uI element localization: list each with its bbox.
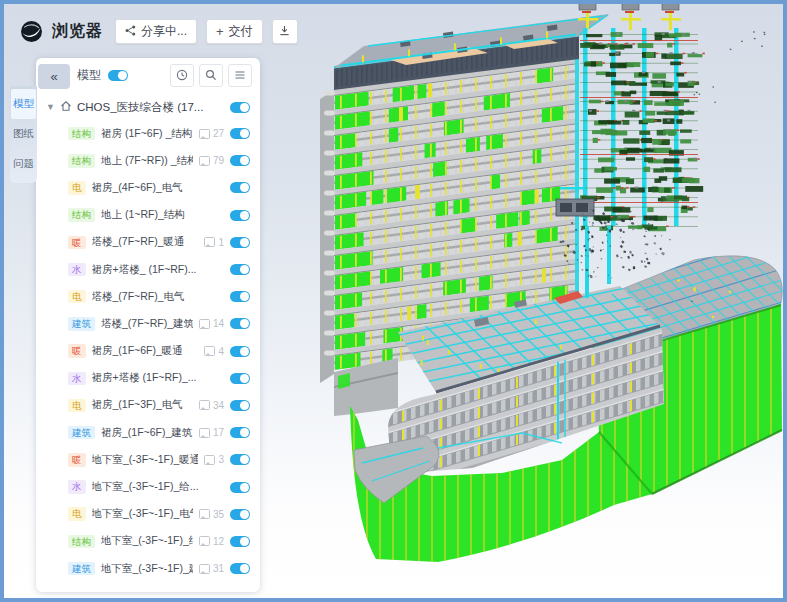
tree-item-row[interactable]: 结构 地上 (7F~RF)) _结构... 79 xyxy=(46,147,250,174)
visibility-toggle[interactable] xyxy=(230,128,250,139)
visibility-toggle[interactable] xyxy=(230,400,250,411)
drawing-count: 12 xyxy=(213,536,224,547)
tree-item-label: 裙房+塔楼 (1F~RF)_... xyxy=(92,371,205,385)
visibility-toggle[interactable] xyxy=(230,237,250,248)
sidebar-tabstrip: 模型 图纸 问题 xyxy=(10,86,37,183)
tree-root-label: CHOS_医技综合楼 (17... xyxy=(77,100,225,115)
drawing-count: 34 xyxy=(213,400,224,411)
tab-issues[interactable]: 问题 xyxy=(10,149,37,179)
visibility-toggle[interactable] xyxy=(230,373,250,384)
discipline-tag: 水 xyxy=(68,263,86,277)
visibility-toggle[interactable] xyxy=(230,155,250,166)
panel-tools xyxy=(170,64,252,87)
drawing-count-badge: 1 xyxy=(204,237,224,248)
tree-root-row[interactable]: ▼ CHOS_医技综合楼 (17... xyxy=(46,94,250,120)
drawing-icon xyxy=(199,156,210,166)
drawing-count: 14 xyxy=(213,318,224,329)
tab-model[interactable]: 模型 xyxy=(11,89,36,119)
search-icon[interactable] xyxy=(199,64,223,87)
tree-item-label: 地上 (7F~RF)) _结构... xyxy=(101,154,193,168)
visibility-toggle[interactable] xyxy=(230,482,250,493)
tree-item-row[interactable]: 电 裙房_(4F~6F)_电气 xyxy=(46,174,250,201)
panel-title: 模型 xyxy=(77,67,101,84)
tree-item-row[interactable]: 水 裙房+塔楼 (1F~RF)_... xyxy=(46,365,250,392)
drawing-count-badge: 4 xyxy=(204,346,224,357)
tree-item-row[interactable]: 建筑 地下室_(-3F~-1F)_建筑 31 xyxy=(46,555,250,582)
tree-item-row[interactable]: 水 裙房+塔楼_ (1F~RF)... xyxy=(46,256,250,283)
discipline-tag: 建筑 xyxy=(68,426,95,440)
download-button[interactable] xyxy=(272,19,298,44)
visibility-toggle[interactable] xyxy=(230,454,250,465)
tree-item-label: 裙房_(1F~6F)_暖通 xyxy=(92,344,199,358)
drawing-icon xyxy=(199,428,210,438)
tree-item-label: 地下室_(-3F~-1F)_建筑 xyxy=(101,562,193,576)
page-title: 浏览器 xyxy=(52,21,103,42)
visibility-toggle[interactable] xyxy=(230,318,250,329)
drawing-count-badge: 17 xyxy=(199,427,224,438)
drawing-count: 31 xyxy=(213,563,224,574)
visibility-toggle[interactable] xyxy=(230,427,250,438)
root-visibility-toggle[interactable] xyxy=(230,102,250,113)
tree-item-row[interactable]: 暖 地下室_(-3F~-1F)_暖通 3 xyxy=(46,446,250,473)
visibility-toggle[interactable] xyxy=(230,509,250,520)
chevron-down-icon[interactable]: ▼ xyxy=(46,102,55,112)
drawing-count: 3 xyxy=(218,454,224,465)
visibility-toggle[interactable] xyxy=(230,264,250,275)
drawing-count-badge: 35 xyxy=(199,509,224,520)
visibility-toggle[interactable] xyxy=(230,210,250,221)
tree-item-row[interactable]: 建筑 塔楼_(7F~RF)_建筑 14 xyxy=(46,310,250,337)
drawing-count: 35 xyxy=(213,509,224,520)
drawing-count-badge: 3 xyxy=(204,454,224,465)
model-tree-items: 结构 裙房 (1F~6F) _结构... 27 结构 地上 (7F~RF)) _… xyxy=(46,120,250,582)
visibility-toggle[interactable] xyxy=(230,536,250,547)
top-toolbar: 浏览器 分享中... + 交付 xyxy=(20,19,298,44)
tree-item-label: 塔楼_(7F~RF)_电气 xyxy=(92,290,205,304)
drawing-icon xyxy=(204,237,215,247)
tree-item-label: 地下室_(-3F~-1F)_电气 xyxy=(92,507,193,521)
history-icon[interactable] xyxy=(170,64,194,87)
tree-item-row[interactable]: 结构 裙房 (1F~6F) _结构... 27 xyxy=(46,120,250,147)
tab-drawings[interactable]: 图纸 xyxy=(10,119,37,149)
tree-item-row[interactable]: 水 地下室_(-3F~-1F)_给... xyxy=(46,473,250,500)
share-button[interactable]: 分享中... xyxy=(115,19,197,44)
discipline-tag: 结构 xyxy=(68,154,95,168)
menu-icon[interactable] xyxy=(228,64,252,87)
tree-item-label: 地下室_(-3F~-1F)_给... xyxy=(92,480,205,494)
discipline-tag: 电 xyxy=(68,399,86,413)
visibility-toggle[interactable] xyxy=(230,182,250,193)
plus-icon: + xyxy=(216,25,224,38)
tree-item-row[interactable]: 暖 裙房_(1F~6F)_暖通 4 xyxy=(46,338,250,365)
tree-item-row[interactable]: 结构 地下室_(-3F~-1F)_结构 12 xyxy=(46,528,250,555)
model-panel: « 模型 ▼ CHOS_医技综合楼 (17... xyxy=(36,58,260,592)
tree-item-row[interactable]: 电 裙房_(1F~3F)_电气 34 xyxy=(46,392,250,419)
tree-item-row[interactable]: 电 塔楼_(7F~RF)_电气 xyxy=(46,283,250,310)
discipline-tag: 水 xyxy=(68,480,86,494)
drawing-icon xyxy=(199,509,210,519)
home-icon xyxy=(60,100,72,114)
drawing-count: 79 xyxy=(213,155,224,166)
tree-item-row[interactable]: 电 地下室_(-3F~-1F)_电气 35 xyxy=(46,501,250,528)
discipline-tag: 电 xyxy=(68,290,86,304)
model-panel-header: « 模型 xyxy=(36,58,260,92)
share-icon xyxy=(125,25,136,39)
deliver-button[interactable]: + 交付 xyxy=(206,19,263,44)
model-master-toggle[interactable] xyxy=(108,70,128,81)
discipline-tag: 水 xyxy=(68,372,86,386)
collapse-sidebar-button[interactable]: « xyxy=(38,64,70,89)
discipline-tag: 结构 xyxy=(68,127,95,141)
drawing-count-badge: 12 xyxy=(199,536,224,547)
tree-item-row[interactable]: 暖 塔楼_(7F~RF)_暖通 1 xyxy=(46,229,250,256)
discipline-tag: 建筑 xyxy=(68,562,95,576)
visibility-toggle[interactable] xyxy=(230,563,250,574)
tree-item-row[interactable]: 结构 地上 (1~RF)_结构 xyxy=(46,202,250,229)
tree-item-label: 裙房+塔楼_ (1F~RF)... xyxy=(92,263,205,277)
tree-item-row[interactable]: 建筑 裙房_(1F~6F)_建筑 17 xyxy=(46,419,250,446)
drawing-icon xyxy=(199,129,210,139)
discipline-tag: 电 xyxy=(68,507,86,521)
visibility-toggle[interactable] xyxy=(230,291,250,302)
discipline-tag: 建筑 xyxy=(68,317,95,331)
visibility-toggle[interactable] xyxy=(230,346,250,357)
tree-item-label: 地下室_(-3F~-1F)_结构 xyxy=(101,534,193,548)
drawing-count: 17 xyxy=(213,427,224,438)
drawing-count-badge: 34 xyxy=(199,400,224,411)
